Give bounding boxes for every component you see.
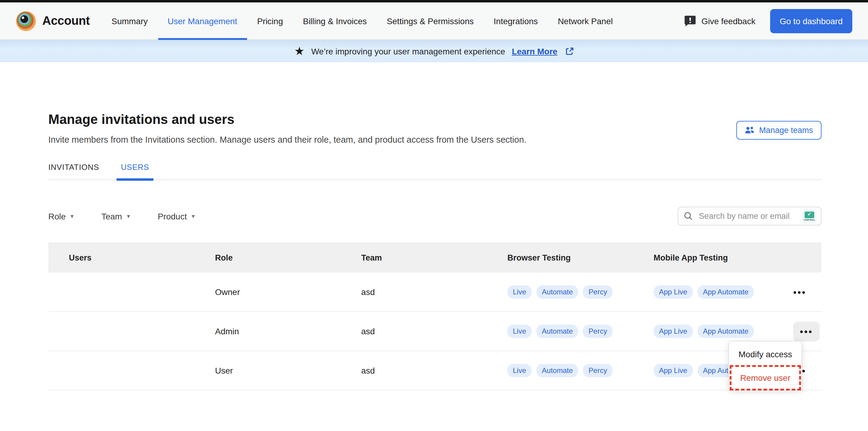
page-subtitle: Invite members from the Invitations sect… bbox=[48, 135, 822, 144]
browser-testing-badges: Live Automate Percy bbox=[507, 325, 654, 338]
manage-teams-button[interactable]: Manage teams bbox=[736, 121, 822, 140]
users-table: Users Role Team Browser Testing Mobile A… bbox=[48, 242, 822, 391]
tab-invitations[interactable]: INVITATIONS bbox=[48, 163, 99, 179]
browser-testing-badges: Live Automate Percy bbox=[507, 285, 654, 298]
mobile-testing-badges: App Live App Automate bbox=[654, 285, 774, 298]
search-input[interactable] bbox=[698, 211, 797, 221]
manage-teams-label: Manage teams bbox=[759, 126, 813, 135]
table-row: Admin asd Live Automate Percy App Live A… bbox=[48, 312, 822, 351]
tempmail-label: TEMPMAIL bbox=[803, 219, 815, 221]
product-badge: App Automate bbox=[698, 285, 754, 298]
search-icon bbox=[684, 211, 693, 221]
tab-users[interactable]: USERS bbox=[121, 163, 149, 179]
product-badge: Live bbox=[507, 325, 532, 338]
product-badge: App Automate bbox=[698, 325, 754, 338]
filter-role[interactable]: Role ▾ bbox=[48, 211, 74, 221]
filter-team-label: Team bbox=[101, 211, 122, 221]
product-badge: Automate bbox=[536, 325, 578, 338]
col-browser-testing: Browser Testing bbox=[507, 253, 654, 262]
role-cell: Admin bbox=[215, 326, 361, 336]
product-badge: App Live bbox=[654, 285, 692, 298]
nav-item-integrations[interactable]: Integrations bbox=[494, 2, 538, 39]
page-head: Manage invitations and users Invite memb… bbox=[48, 62, 822, 144]
feedback-bubble-icon bbox=[684, 15, 696, 27]
menu-item-modify-access[interactable]: Modify access bbox=[729, 342, 802, 366]
brand-title: Account bbox=[42, 14, 90, 28]
search-box: ✓ TEMPMAIL bbox=[678, 207, 822, 226]
table-row: User asd Live Automate Percy App Live Ap… bbox=[48, 351, 822, 391]
envelope-check-icon: ✓ bbox=[805, 211, 814, 218]
page-title: Manage invitations and users bbox=[48, 112, 822, 127]
col-users: Users bbox=[58, 253, 215, 262]
col-role: Role bbox=[215, 253, 361, 262]
top-nav: Account Summary User Management Pricing … bbox=[0, 2, 868, 40]
announcement-banner: ★ We’re improving your user management e… bbox=[0, 40, 868, 62]
product-badge: Live bbox=[507, 364, 532, 377]
brand[interactable]: Account bbox=[16, 10, 90, 31]
team-cell: asd bbox=[361, 326, 507, 336]
product-badge: Percy bbox=[583, 285, 613, 298]
nav-item-summary[interactable]: Summary bbox=[112, 2, 148, 39]
external-link-icon bbox=[565, 47, 574, 55]
role-cell: Owner bbox=[215, 287, 361, 297]
filters-row: Role ▾ Team ▾ Product ▾ bbox=[48, 207, 822, 226]
table-row: Owner asd Live Automate Percy App Live A… bbox=[48, 272, 822, 312]
nav-item-settings-permissions[interactable]: Settings & Permissions bbox=[387, 2, 474, 39]
people-icon bbox=[744, 126, 754, 134]
star-icon: ★ bbox=[294, 45, 304, 57]
nav-item-user-management[interactable]: User Management bbox=[167, 2, 237, 39]
product-badge: Automate bbox=[536, 364, 578, 377]
col-mobile-app-testing: Mobile App Testing bbox=[654, 253, 774, 262]
chevron-down-icon: ▾ bbox=[71, 213, 74, 220]
remove-user-label: Remove user bbox=[740, 373, 791, 382]
tab-bar: INVITATIONS USERS bbox=[48, 163, 822, 180]
nav-item-pricing[interactable]: Pricing bbox=[257, 2, 283, 39]
banner-text: We’re improving your user management exp… bbox=[311, 46, 505, 56]
col-team: Team bbox=[361, 253, 507, 262]
go-to-dashboard-button[interactable]: Go to dashboard bbox=[770, 9, 852, 33]
nav-item-network-panel[interactable]: Network Panel bbox=[558, 2, 613, 39]
nav-item-billing-invoices[interactable]: Billing & Invoices bbox=[303, 2, 367, 39]
team-cell: asd bbox=[361, 287, 507, 297]
table-header: Users Role Team Browser Testing Mobile A… bbox=[48, 242, 822, 272]
product-badge: Live bbox=[507, 285, 532, 298]
product-badge: App Live bbox=[654, 325, 692, 338]
page: Account Summary User Management Pricing … bbox=[0, 0, 868, 431]
chevron-down-icon: ▾ bbox=[127, 213, 130, 220]
role-cell: User bbox=[215, 366, 361, 375]
mobile-testing-badges: App Live App Automate bbox=[654, 325, 774, 338]
row-actions-menu-button-open[interactable]: ••• bbox=[793, 321, 820, 341]
row-actions-menu-button[interactable]: ••• bbox=[786, 282, 813, 302]
team-cell: asd bbox=[361, 366, 507, 375]
nav-right: Give feedback Go to dashboard bbox=[684, 9, 852, 33]
learn-more-link[interactable]: Learn More bbox=[512, 46, 558, 56]
menu-item-remove-user[interactable]: Remove user bbox=[729, 366, 802, 389]
tempmail-extension-icon[interactable]: ✓ TEMPMAIL bbox=[802, 209, 817, 223]
product-badge: Percy bbox=[583, 364, 613, 377]
row-actions-context-menu: Modify access Remove user bbox=[728, 341, 802, 391]
filter-product[interactable]: Product ▾ bbox=[158, 211, 195, 221]
filter-team[interactable]: Team ▾ bbox=[101, 211, 130, 221]
chevron-down-icon: ▾ bbox=[192, 213, 195, 220]
product-badge: Percy bbox=[583, 325, 613, 338]
give-feedback-label: Give feedback bbox=[701, 16, 755, 26]
product-badge: Automate bbox=[536, 285, 578, 298]
main-content: Manage invitations and users Invite memb… bbox=[48, 62, 822, 391]
window-top-strip bbox=[0, 0, 868, 2]
browser-testing-badges: Live Automate Percy bbox=[507, 364, 654, 377]
filter-product-label: Product bbox=[158, 211, 187, 221]
nav-items: Summary User Management Pricing Billing … bbox=[112, 2, 613, 39]
give-feedback-button[interactable]: Give feedback bbox=[684, 15, 755, 27]
browserstack-logo-icon bbox=[16, 10, 36, 31]
filter-role-label: Role bbox=[48, 211, 66, 221]
product-badge: App Live bbox=[654, 364, 692, 377]
